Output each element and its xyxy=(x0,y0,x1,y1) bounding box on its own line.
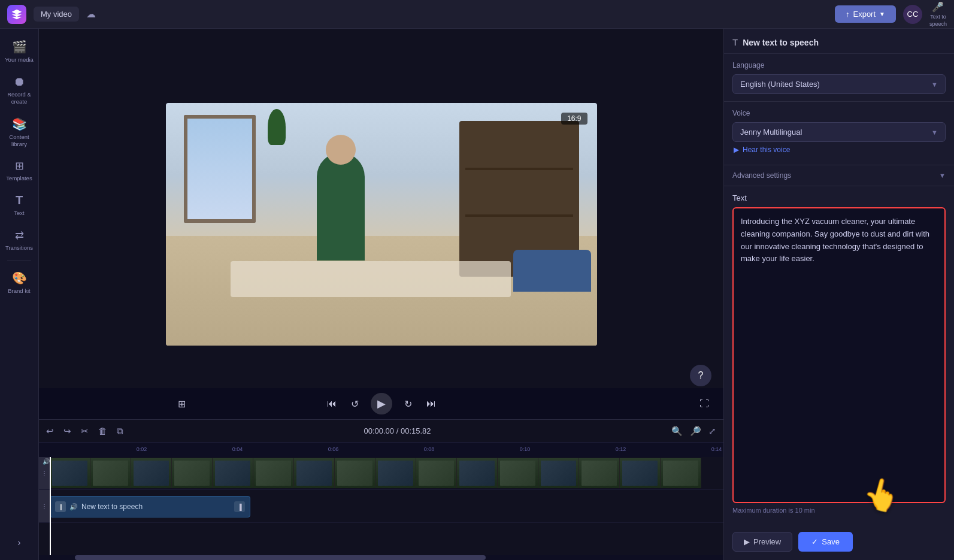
language-label: Language xyxy=(732,61,946,69)
voice-label: Voice xyxy=(732,109,946,117)
film-frame xyxy=(538,458,579,488)
scene-plant xyxy=(268,109,286,145)
panel-footer: ▶ Preview ✓ Save xyxy=(724,526,954,560)
content-library-icon: 📚 xyxy=(12,117,27,131)
film-frame xyxy=(375,458,416,488)
fast-forward-button[interactable]: ↻ xyxy=(402,396,414,412)
tts-track-clip[interactable]: ‖ 🔊 New text to speech ▐ xyxy=(50,496,250,517)
record-create-icon: ⏺ xyxy=(13,75,25,89)
export-chevron-icon: ▼ xyxy=(879,11,885,17)
film-frame xyxy=(416,458,457,488)
fullscreen-button[interactable]: ⛶ xyxy=(697,396,711,411)
sidebar-item-templates[interactable]: ⊞ Templates xyxy=(2,155,37,186)
timeline-area: ↩ ↪ ✂ 🗑 ⧉ 00:00.00 / 00:15.82 🔍 🔎 ⤢ xyxy=(39,419,723,560)
save-check-icon: ✓ xyxy=(811,537,818,546)
sidebar-item-content-library[interactable]: 📚 Contentlibrary xyxy=(2,112,37,152)
text-input[interactable] xyxy=(732,207,946,503)
text-to-speech-icon[interactable]: 🎤 Text tospeech xyxy=(929,1,947,27)
tts-pause-button[interactable]: ‖ xyxy=(55,501,66,512)
advanced-settings-row[interactable]: Advanced settings ▼ xyxy=(724,165,954,186)
sidebar-item-label: Templates xyxy=(6,175,32,181)
zoom-in-button[interactable]: 🔎 xyxy=(689,425,702,438)
ruler-mark-7: 0:14 xyxy=(711,446,722,452)
scene-sofa xyxy=(513,250,591,292)
video-track-content[interactable] xyxy=(50,458,723,488)
text-icon: T xyxy=(16,193,23,207)
help-button[interactable]: ? xyxy=(690,365,711,386)
delete-button[interactable]: 🗑 xyxy=(97,425,108,437)
thumbnail-grid-icon[interactable]: ⊞ xyxy=(175,396,188,412)
tts-speaker-icon: 🔊 xyxy=(69,503,78,511)
skip-forward-button[interactable]: ⏭ xyxy=(424,396,438,411)
film-frame xyxy=(294,458,335,488)
timeline-scrollbar[interactable] xyxy=(39,555,723,560)
play-icon: ▶ xyxy=(734,146,739,154)
film-frame xyxy=(457,458,498,488)
film-frame xyxy=(50,458,90,488)
voice-dropdown[interactable]: Jenny Multilingual ▼ xyxy=(732,122,946,142)
main-layout: 🎬 Your media ⏺ Record &create 📚 Contentl… xyxy=(0,29,954,560)
ruler-mark-6: 0:12 xyxy=(616,446,626,452)
voice-section: Voice Jenny Multilingual ▼ ▶ Hear this v… xyxy=(724,102,954,165)
film-frame xyxy=(661,458,701,488)
sidebar-item-your-media[interactable]: 🎬 Your media xyxy=(2,35,37,68)
scene-person xyxy=(317,153,365,261)
sidebar-item-label: Record &create xyxy=(7,91,31,105)
expand-sidebar-icon[interactable]: › xyxy=(11,531,26,554)
preview-button[interactable]: ▶ Preview xyxy=(732,532,792,552)
copy-button[interactable]: ⧉ xyxy=(116,425,125,438)
timeline-scrollbar-thumb[interactable] xyxy=(75,555,486,560)
text-section: Text Maximum duration is 10 min xyxy=(724,186,954,526)
export-icon: ↑ xyxy=(846,10,850,19)
film-frame xyxy=(253,458,294,488)
language-section: Language English (United States) ▼ xyxy=(724,54,954,102)
film-frame xyxy=(620,458,661,488)
film-frame xyxy=(579,458,620,488)
play-pause-button[interactable]: ▶ xyxy=(371,393,392,414)
zoom-out-button[interactable]: 🔍 xyxy=(670,425,684,438)
film-frame xyxy=(498,458,538,488)
cut-button[interactable]: ✂ xyxy=(80,425,90,438)
skip-back-button[interactable]: ⏮ xyxy=(325,396,339,411)
rewind-button[interactable]: ↺ xyxy=(349,396,361,412)
language-dropdown-arrow: ▼ xyxy=(931,81,938,88)
undo-button[interactable]: ↩ xyxy=(45,425,55,438)
save-button[interactable]: ✓ Save xyxy=(798,532,853,552)
video-controls-bar: ⊞ ⏮ ↺ ▶ ↻ ⏭ ⛶ xyxy=(39,388,723,419)
language-dropdown[interactable]: English (United States) ▼ xyxy=(732,74,946,94)
aspect-ratio-badge[interactable]: 16:9 xyxy=(561,113,587,125)
preview-play-icon: ▶ xyxy=(744,537,750,546)
brand-kit-icon: 🎨 xyxy=(12,271,27,285)
track-volume-icon: 🔊 xyxy=(43,458,50,465)
sidebar-item-label: Contentlibrary xyxy=(9,134,29,147)
export-button[interactable]: ↑ Export ▼ xyxy=(835,5,896,23)
timeline-toolbar: ↩ ↪ ✂ 🗑 ⧉ 00:00.00 / 00:15.82 🔍 🔎 ⤢ xyxy=(39,420,723,443)
scene-window xyxy=(184,115,256,223)
sidebar-item-brand-kit[interactable]: 🎨 Brand kit xyxy=(2,266,37,299)
ruler-mark-3: 0:06 xyxy=(328,446,339,452)
captions-icon[interactable]: CC xyxy=(903,5,922,24)
sidebar-item-text[interactable]: T Text xyxy=(2,189,37,221)
sidebar-item-transitions[interactable]: ⇄ Transitions xyxy=(2,224,37,256)
ruler-mark-4: 0:08 xyxy=(424,446,435,452)
tts-end-handle[interactable]: ▐ xyxy=(234,501,245,512)
cloud-save-icon[interactable]: ☁ xyxy=(86,8,96,20)
fit-timeline-button[interactable]: ⤢ xyxy=(707,425,717,438)
sidebar-item-label: Transitions xyxy=(5,244,33,251)
tts-panel-title: New text to speech xyxy=(743,38,819,47)
tts-track-row: ⋮ ‖ 🔊 New text to speech ▐ xyxy=(39,490,723,523)
advanced-settings-chevron-icon: ▼ xyxy=(939,172,946,179)
app-logo xyxy=(7,5,26,24)
redo-button[interactable]: ↪ xyxy=(62,425,72,438)
hear-voice-button[interactable]: ▶ Hear this voice xyxy=(732,142,791,158)
sidebar-item-record-create[interactable]: ⏺ Record &create xyxy=(2,70,37,110)
timeline-ruler: 0:02 0:04 0:06 0:08 0:10 0:12 0:14 xyxy=(39,443,723,457)
video-preview: 16:9 ? ⊞ ⏮ ↺ ▶ ↻ ⏭ ⛶ xyxy=(39,29,723,419)
video-track-row: ⋮ 🔊 xyxy=(39,457,723,490)
project-name[interactable]: My video xyxy=(34,7,79,22)
video-canvas: 16:9 xyxy=(166,103,597,346)
voice-dropdown-arrow: ▼ xyxy=(931,129,938,136)
tts-track-handle[interactable]: ⋮ xyxy=(39,490,50,522)
ruler-mark-5: 0:10 xyxy=(520,446,531,452)
timeline-tracks: ⋮ 🔊 xyxy=(39,457,723,555)
